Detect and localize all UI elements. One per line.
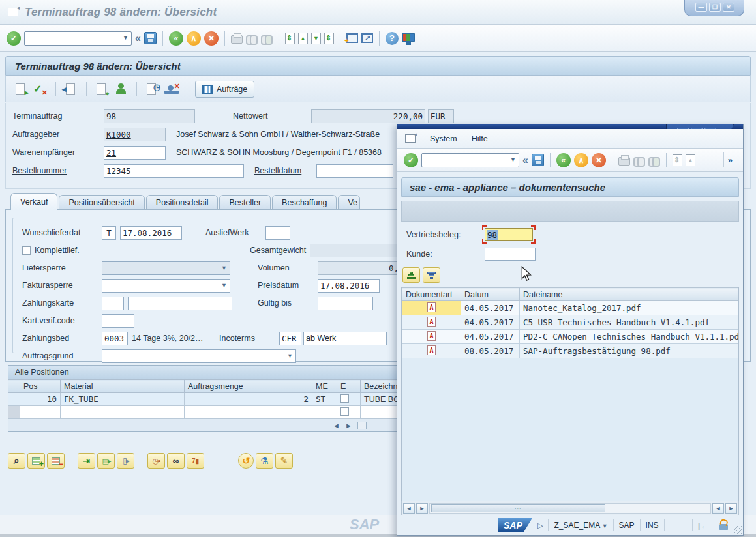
e-checkbox[interactable] [340,407,349,416]
menu-system[interactable]: System [430,134,457,143]
cancel-icon[interactable]: ✕ [204,31,219,46]
bestellnummer-label[interactable]: Bestellnummer [12,166,104,175]
save-icon[interactable] [144,32,157,44]
delete-row-button[interactable] [47,453,65,469]
system-id-selector[interactable]: Z_SAE_EMA [554,521,607,530]
preisdatum-field[interactable] [318,279,380,293]
wunschlieferdat-type-field[interactable] [102,226,116,240]
kunde-field[interactable] [485,248,536,261]
document-type-cell[interactable] [402,315,461,330]
tab-positionsdetail[interactable]: Positionsdetail [146,195,219,210]
create-shortcut-icon[interactable] [361,33,373,43]
find-next-icon[interactable] [648,157,660,165]
schedule-lines-button[interactable] [147,453,165,469]
terminauftrag-field[interactable] [104,109,195,123]
warenempfaenger-label[interactable]: Warenempfänger [12,148,104,157]
me-cell[interactable]: ST [312,393,337,406]
enter-button[interactable]: ✓ [7,31,21,46]
overwrite-mode-icon[interactable]: |← [698,521,709,530]
auftragsgrund-dropdown[interactable] [102,349,296,363]
scroll-right-icon[interactable]: ► [416,503,428,514]
dateiname-cell[interactable]: PD2-C_CANopen_Technisches_Handbuch_V1.1.… [520,330,738,344]
document-row-3[interactable]: 04.05.2017 PD2-C_CANopen_Technisches_Han… [402,330,738,344]
auftraggeber-field[interactable] [104,128,166,141]
col-auftragsmenge[interactable]: Auftragsmenge [185,380,312,393]
e-checkbox[interactable] [340,394,349,403]
col-material[interactable]: Material [61,380,185,393]
warenempfaenger-address-link[interactable]: SCHWARZ & SOHN Moosburg / Degernpoint F1… [176,148,382,157]
e-cell[interactable] [337,393,361,406]
check-incompletion-icon[interactable] [33,83,48,96]
datum-cell[interactable]: 08.05.2017 [461,344,520,358]
incoterms-text-field[interactable] [303,332,387,345]
exit-icon[interactable]: ∧ [187,31,201,46]
liefersperre-dropdown[interactable] [102,261,230,275]
item-conditions-button[interactable] [187,453,204,469]
check-availability-button[interactable] [256,453,273,469]
pos-cell[interactable]: 10 [20,393,61,406]
scroll-right-icon[interactable]: ► [345,422,352,429]
scrollbar-thumb[interactable] [431,504,605,512]
insert-row-button[interactable] [27,453,45,469]
kart-verif-code-field[interactable] [102,314,134,328]
komplettlief-checkbox[interactable] [22,246,31,255]
update-prices-button[interactable] [238,453,254,469]
material-cell[interactable]: FK_TUBE [61,393,185,406]
scroll-left-icon[interactable]: ◄ [403,503,415,514]
collapse-toolbar-icon[interactable]: « [522,154,528,166]
last-page-icon[interactable] [324,33,334,44]
row-selector[interactable] [8,393,20,406]
print-icon[interactable] [618,157,630,166]
warenempfaenger-field[interactable] [104,146,166,160]
vertriebsbeleg-field[interactable]: 98 [485,228,533,241]
item-detail-button[interactable] [8,453,25,469]
page-up-icon[interactable] [298,33,308,44]
edit-texts-button[interactable] [275,453,293,469]
delivery-schedule-icon[interactable] [145,83,159,96]
auftraggeber-label[interactable]: Auftraggeber [12,130,104,139]
menge-cell[interactable]: 2 [185,393,312,406]
datum-cell[interactable]: 04.05.2017 [461,315,520,330]
resize-grip[interactable] [734,526,742,534]
display-header-details-icon[interactable] [95,83,109,96]
auftraege-button[interactable]: Aufträge [195,81,254,98]
reject-document-icon[interactable] [164,84,179,94]
row-selector[interactable] [8,406,20,419]
find-icon[interactable] [633,157,645,165]
tab-versand[interactable]: Ve [338,195,360,210]
minimize-button[interactable]: — [695,3,707,12]
first-page-icon[interactable] [285,33,295,44]
col-me[interactable]: ME [312,380,337,393]
bestelldatum-label[interactable]: Bestelldatum [254,166,316,175]
partner-icon[interactable] [114,83,129,96]
collapse-toolbar-icon[interactable]: « [135,33,141,44]
bestellnummer-field[interactable] [104,164,244,178]
page-up-icon[interactable] [686,154,695,166]
row-selector-header[interactable] [8,380,20,393]
document-type-cell[interactable] [402,301,461,315]
zahlungskarte-number-field[interactable] [128,297,232,310]
lock-item-button[interactable] [78,453,95,469]
back-icon[interactable]: « [169,31,183,46]
document-type-cell[interactable] [402,344,461,358]
restore-button[interactable]: ❐ [709,3,721,12]
e-cell[interactable] [337,406,361,419]
scroll-left-icon[interactable]: ◄ [712,503,724,514]
sort-ascending-button[interactable] [402,267,420,283]
zahlungskarte-type-field[interactable] [102,297,124,310]
fakturasperre-dropdown[interactable] [102,279,230,293]
first-page-icon[interactable] [673,154,682,166]
enter-button[interactable]: ✓ [404,153,418,167]
bestelldatum-field[interactable] [316,164,393,178]
toolbar-overflow-button[interactable]: » [723,152,736,167]
new-session-icon[interactable] [346,33,358,43]
dateiname-cell[interactable]: SAP-Auftragsbestätigung 98.pdf [520,344,738,358]
find-next-icon[interactable] [261,35,273,43]
tab-positionsuebersicht[interactable]: Positionsübersicht [59,195,144,210]
availability-check-button[interactable] [167,453,185,469]
customize-layout-icon[interactable] [402,33,415,42]
tab-beschaffung[interactable]: Beschaffung [272,195,337,210]
propose-items-button[interactable] [97,453,115,469]
command-field[interactable] [421,153,519,167]
col-datum[interactable]: Datum [461,288,520,301]
